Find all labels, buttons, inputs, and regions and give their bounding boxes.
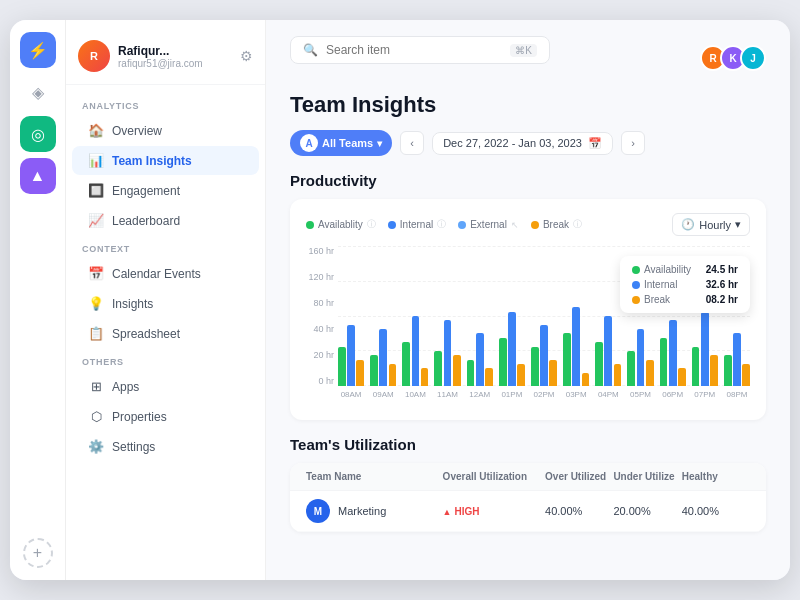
chart-header: Availablity ⓘ Internal ⓘ External ↖ [306,213,750,236]
search-bar[interactable]: 🔍 ⌘K [290,36,550,64]
sidebar-item-properties[interactable]: ⬡ Properties [72,402,259,431]
date-prev-button[interactable]: ‹ [400,131,424,155]
green-bar-12 [724,355,732,386]
sidebar-item-leaderboard[interactable]: 📈 Leaderboard [72,206,259,235]
th-overall: Overall Utilization [443,471,545,482]
sidebar-item-overview[interactable]: 🏠 Overview [72,116,259,145]
team-filter-letter: A [300,134,318,152]
tooltip-availability-label: Availability [632,264,691,275]
user-email: rafiqur51@jira.com [118,58,232,69]
sidebar-item-apps[interactable]: ⊞ Apps [72,372,259,401]
orange-bar-10 [678,368,686,386]
rail-add-button[interactable]: + [23,538,53,568]
sidebar-item-settings[interactable]: ⚙️ Settings [72,432,259,461]
sidebar: R Rafiqur... rafiqur51@jira.com ⚙ ANALYT… [66,20,266,580]
calendar-icon: 📅 [588,137,602,150]
chart-tooltip: Availability 24.5 hr Internal 32.6 hr [620,256,750,313]
orange-bar-9 [646,360,654,386]
spreadsheet-icon: 📋 [88,326,104,341]
page-header: Team Insights [290,92,766,118]
legend-internal[interactable]: Internal ⓘ [388,218,446,231]
rail-layers-icon[interactable]: ◈ [20,74,56,110]
date-range-text: Dec 27, 2022 - Jan 03, 2023 [443,137,582,149]
external-dot [458,221,466,229]
tooltip-avail-dot [632,266,640,274]
sidebar-item-insights[interactable]: 💡 Insights [72,289,259,318]
sidebar-item-engagement[interactable]: 🔲 Engagement [72,176,259,205]
sidebar-item-team-insights[interactable]: 📊 Team Insights [72,146,259,175]
bar-group-5 [499,312,525,386]
sidebar-item-label: Properties [112,410,167,424]
sidebar-item-label: Settings [112,440,155,454]
green-bar-4 [467,360,475,386]
th-healthy: Healthy [682,471,750,482]
sidebar-item-label: Spreadsheet [112,327,180,341]
status-text: HIGH [455,506,480,517]
y-label-80: 80 hr [306,298,334,308]
sidebar-item-label: Calendar Events [112,267,201,281]
td-overall: ▲ HIGH [443,505,545,518]
bar-group-9 [627,329,653,386]
hourly-label: Hourly [699,219,731,231]
sidebar-item-label: Apps [112,380,139,394]
tooltip-availability-value: 24.5 hr [706,264,738,275]
blue-bar-2 [412,316,420,386]
bar-group-11 [692,312,718,386]
date-range-picker[interactable]: Dec 27, 2022 - Jan 03, 2023 📅 [432,132,613,155]
sidebar-item-spreadsheet[interactable]: 📋 Spreadsheet [72,319,259,348]
orange-bar-11 [710,355,718,386]
utilization-section-label: Team's Utilization [290,436,766,453]
green-bar-5 [499,338,507,386]
sidebar-item-calendar-events[interactable]: 📅 Calendar Events [72,259,259,288]
rail-person-icon[interactable]: ▲ [20,158,56,194]
analytics-section-label: ANALYTICS [66,93,265,115]
green-bar-7 [563,333,571,386]
green-bar-3 [434,351,442,386]
green-bar-8 [595,342,603,386]
th-team-name: Team Name [306,471,443,482]
x-label-5: 01PM [499,390,525,399]
date-next-button[interactable]: › [621,131,645,155]
green-bar-9 [627,351,635,386]
bar-group-0 [338,325,364,386]
orange-bar-2 [421,368,429,386]
bar-group-10 [660,320,686,386]
blue-bar-5 [508,312,516,386]
user-avatar-group: R K J [700,45,766,71]
blue-bar-4 [476,333,484,386]
sidebar-user: R Rafiqur... rafiqur51@jira.com ⚙ [66,32,265,85]
legend-break-label: Break [543,219,569,230]
orange-bar-6 [549,360,557,386]
team-filter-label: All Teams [322,137,373,149]
th-under-utilize: Under Utilize [613,471,681,482]
tooltip-row-internal: Internal 32.6 hr [632,279,738,290]
search-input[interactable] [326,43,502,57]
lightbulb-icon: 💡 [88,296,104,311]
orange-bar-0 [356,360,364,386]
legend-external[interactable]: External ↖ [458,218,519,231]
x-label-0: 08AM [338,390,364,399]
y-label-20: 20 hr [306,350,334,360]
legend-break[interactable]: Break ⓘ [531,218,582,231]
x-label-2: 10AM [402,390,428,399]
hourly-toggle-button[interactable]: 🕐 Hourly ▾ [672,213,750,236]
sidebar-item-label: Engagement [112,184,180,198]
green-bar-10 [660,338,668,386]
rail-globe-icon[interactable]: ◎ [20,116,56,152]
x-label-1: 09AM [370,390,396,399]
gear-icon[interactable]: ⚙ [240,48,253,64]
x-label-4: 12AM [467,390,493,399]
apps-icon: ⊞ [88,379,104,394]
green-bar-11 [692,347,700,386]
team-filter-button[interactable]: A All Teams ▾ [290,130,392,156]
tooltip-row-availability: Availability 24.5 hr [632,264,738,275]
chart-area: 160 hr 120 hr 80 hr 40 hr 20 hr 0 hr [306,246,750,406]
tooltip-internal-dot [632,281,640,289]
legend-internal-label: Internal [400,219,433,230]
green-bar-2 [402,342,410,386]
rail-lightning-icon[interactable]: ⚡ [20,32,56,68]
legend-availability[interactable]: Availablity ⓘ [306,218,376,231]
legend-info2-icon: ⓘ [437,218,446,231]
blue-bar-1 [379,329,387,386]
chart-legend: Availablity ⓘ Internal ⓘ External ↖ [306,218,582,231]
